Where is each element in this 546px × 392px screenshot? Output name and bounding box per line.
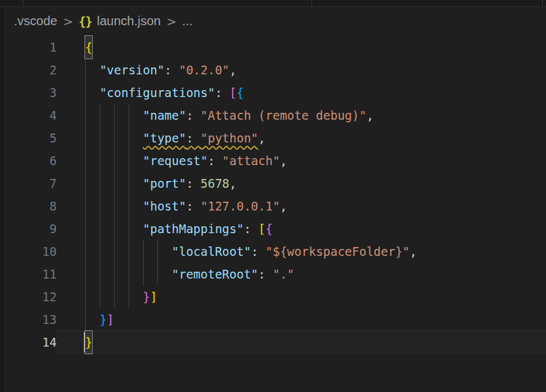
indent-guide — [85, 104, 86, 127]
line-number[interactable]: 5 — [6, 127, 57, 149]
punctuation: : — [215, 86, 229, 100]
code-line-content[interactable]: }] — [57, 308, 546, 331]
code-line-content[interactable]: { — [57, 36, 546, 59]
code-line: 14} — [6, 331, 546, 354]
text-cursor — [84, 332, 85, 352]
json-key: "remoteRoot" — [171, 267, 258, 281]
bracket-level-1: [ — [258, 222, 265, 236]
bracket-level-1: } — [85, 331, 92, 354]
indent-guide — [100, 104, 100, 127]
code-line-content[interactable]: "name": "Attach (remote debug)", — [57, 104, 546, 127]
code-line-content[interactable]: "port": 5678, — [57, 172, 546, 195]
code-line-content[interactable]: "remoteRoot": "." — [57, 263, 546, 285]
json-string-value: "Attach (remote debug)" — [200, 108, 366, 122]
indent-guide — [129, 127, 129, 149]
line-number[interactable]: 8 — [6, 195, 57, 217]
punctuation: , — [229, 176, 236, 190]
line-number[interactable]: 10 — [6, 240, 57, 263]
code-line-content[interactable]: "pathMappings": [{ — [57, 217, 546, 240]
code-line-content[interactable]: "version": "0.2.0", — [57, 59, 546, 81]
punctuation: : — [207, 154, 222, 168]
indent-guide — [85, 127, 86, 149]
punctuation: , — [258, 131, 265, 145]
json-key: "localRoot" — [171, 245, 251, 258]
indent-guide — [129, 172, 129, 195]
punctuation: , — [229, 63, 236, 77]
punctuation: , — [280, 199, 287, 213]
code-line: 11 "remoteRoot": "." — [6, 263, 546, 285]
code-line-content[interactable]: "host": "127.0.0.1", — [57, 195, 546, 217]
line-number[interactable]: 12 — [6, 285, 57, 308]
punctuation: : — [186, 199, 200, 213]
code-line-content[interactable]: } — [57, 331, 546, 354]
code-line: 6 "request": "attach", — [6, 149, 546, 172]
chevron-right-icon: > — [166, 14, 177, 28]
json-string-value: "." — [272, 267, 294, 281]
indent-guide — [114, 149, 115, 172]
indent-guide — [85, 240, 86, 263]
json-string-value: "python" — [200, 131, 258, 145]
line-number[interactable]: 6 — [6, 149, 57, 172]
code-line: 7 "port": 5678, — [6, 172, 546, 195]
chevron-right-icon: > — [63, 14, 73, 28]
indent-guide — [100, 263, 100, 285]
indent-guide — [85, 149, 86, 172]
indent-guide — [157, 263, 158, 285]
indent-guide — [100, 127, 100, 149]
indent-guide — [114, 104, 115, 127]
json-string-value: "127.0.0.1" — [200, 199, 280, 213]
line-number[interactable]: 1 — [6, 36, 57, 59]
punctuation — [85, 86, 100, 100]
indent-guide — [85, 285, 86, 308]
json-key: "configurations" — [100, 86, 215, 100]
punctuation: : — [244, 222, 258, 236]
code-line: 9 "pathMappings": [{ — [6, 217, 546, 240]
breadcrumb-folder[interactable]: .vscode — [14, 14, 57, 28]
indent-guide — [100, 285, 100, 308]
code-line-content[interactable]: "configurations": [{ — [57, 81, 546, 104]
editor-code-area[interactable]: 1{2 "version": "0.2.0",3 "configurations… — [6, 36, 546, 354]
code-line: 10 "localRoot": "${workspaceFolder}", — [6, 240, 546, 263]
bracket-level-3: { — [236, 86, 243, 100]
bracket-level-1: { — [85, 36, 92, 59]
json-string-value: "${workspaceFolder}" — [265, 245, 410, 258]
breadcrumb-file[interactable]: launch.json — [97, 14, 161, 28]
editor-left-edge — [0, 0, 6, 392]
json-key: "port" — [143, 176, 187, 190]
breadcrumb: .vscode > {} launch.json > ... — [6, 7, 546, 35]
line-number[interactable]: 14 — [6, 331, 57, 354]
indent-guide — [85, 308, 86, 331]
code-line-content[interactable]: "request": "attach", — [57, 149, 546, 172]
line-number[interactable]: 13 — [6, 308, 57, 331]
line-number[interactable]: 7 — [6, 172, 57, 195]
json-number-value: 5678 — [200, 176, 229, 190]
line-number[interactable]: 3 — [6, 81, 57, 104]
punctuation: : — [186, 131, 200, 145]
bracket-level-1: ] — [150, 290, 157, 304]
line-number[interactable]: 11 — [6, 263, 57, 285]
breadcrumb-symbol[interactable]: ... — [182, 14, 193, 28]
code-line-content[interactable]: "localRoot": "${workspaceFolder}", — [57, 240, 546, 263]
indent-guide — [114, 217, 115, 240]
indent-guide — [143, 240, 144, 263]
indent-guide — [85, 217, 86, 240]
json-string-value: "0.2.0" — [179, 63, 229, 77]
indent-guide — [114, 195, 115, 217]
code-line-content[interactable]: }] — [57, 285, 546, 308]
tab-separator — [542, 0, 543, 6]
indent-guide — [143, 263, 144, 285]
punctuation: : — [186, 176, 200, 190]
indent-guide — [85, 59, 86, 81]
indent-guide — [129, 285, 129, 308]
json-key: "version" — [100, 63, 165, 77]
indent-guide — [114, 263, 115, 285]
json-key: "host" — [143, 199, 187, 213]
json-key: "type" — [143, 131, 187, 145]
json-string-value: "attach" — [222, 154, 280, 168]
code-line: 2 "version": "0.2.0", — [6, 59, 546, 81]
bracket-level-2: ] — [107, 313, 113, 326]
line-number[interactable]: 4 — [6, 104, 57, 127]
line-number[interactable]: 9 — [6, 217, 57, 240]
line-number[interactable]: 2 — [6, 59, 57, 81]
code-line-content[interactable]: "type": "python", — [57, 127, 546, 149]
